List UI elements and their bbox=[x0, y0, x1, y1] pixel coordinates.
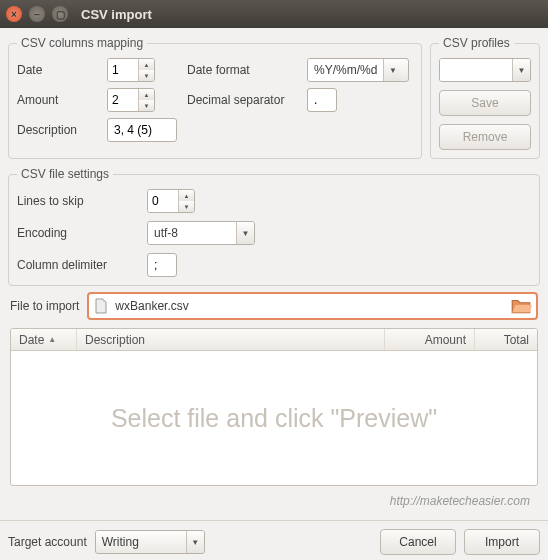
target-account-combo[interactable]: Writing ▼ bbox=[95, 530, 205, 554]
chevron-down-icon[interactable]: ▼ bbox=[186, 531, 204, 553]
maximize-icon[interactable]: ▢ bbox=[52, 6, 68, 22]
minimize-icon[interactable]: – bbox=[29, 6, 45, 22]
csv-profiles-group: CSV profiles ▼ Save Remove bbox=[430, 36, 540, 159]
chevron-down-icon[interactable]: ▼ bbox=[383, 59, 401, 81]
target-account-label: Target account bbox=[8, 535, 87, 549]
chevron-down-icon[interactable]: ▼ bbox=[139, 100, 154, 111]
dateformat-value: %Y/%m/%d bbox=[308, 59, 383, 81]
csv-file-settings-group: CSV file settings Lines to skip ▲▼ Encod… bbox=[8, 167, 540, 286]
lines-label: Lines to skip bbox=[17, 194, 137, 208]
file-path-field[interactable]: wxBanker.csv bbox=[87, 292, 538, 320]
column-header-description[interactable]: Description bbox=[77, 329, 385, 350]
folder-open-icon[interactable] bbox=[510, 295, 532, 317]
settings-legend: CSV file settings bbox=[17, 167, 113, 181]
save-button[interactable]: Save bbox=[439, 90, 531, 116]
window-title: CSV import bbox=[81, 7, 152, 22]
date-label: Date bbox=[17, 63, 97, 77]
dateformat-combo[interactable]: %Y/%m/%d ▼ bbox=[307, 58, 409, 82]
titlebar: × – ▢ CSV import bbox=[0, 0, 548, 28]
remove-button[interactable]: Remove bbox=[439, 124, 531, 150]
chevron-up-icon[interactable]: ▲ bbox=[139, 89, 154, 100]
lines-to-skip-spinner[interactable]: ▲▼ bbox=[147, 189, 195, 213]
preview-header-row: Date▲ Description Amount Total bbox=[11, 329, 537, 351]
decimal-label: Decimal separator bbox=[187, 93, 297, 107]
amount-label: Amount bbox=[17, 93, 97, 107]
profiles-value bbox=[440, 59, 512, 81]
chevron-down-icon[interactable]: ▼ bbox=[139, 70, 154, 81]
column-header-date[interactable]: Date▲ bbox=[11, 329, 77, 350]
file-label: File to import bbox=[10, 299, 79, 313]
encoding-combo[interactable]: utf-8 ▼ bbox=[147, 221, 255, 245]
target-account-value: Writing bbox=[96, 531, 186, 553]
chevron-down-icon[interactable]: ▼ bbox=[179, 201, 194, 212]
delimiter-label: Column delimiter bbox=[17, 258, 137, 272]
watermark-text: http://maketecheasier.com bbox=[8, 490, 540, 512]
column-header-total[interactable]: Total bbox=[475, 329, 537, 350]
chevron-up-icon[interactable]: ▲ bbox=[139, 59, 154, 70]
amount-column-spinner[interactable]: ▲▼ bbox=[107, 88, 155, 112]
footer-bar: Target account Writing ▼ Cancel Import bbox=[0, 520, 548, 560]
encoding-label: Encoding bbox=[17, 226, 137, 240]
delimiter-input[interactable] bbox=[147, 253, 177, 277]
column-header-amount[interactable]: Amount bbox=[385, 329, 475, 350]
cancel-button[interactable]: Cancel bbox=[380, 529, 456, 555]
description-columns-input[interactable] bbox=[107, 118, 177, 142]
chevron-up-icon[interactable]: ▲ bbox=[179, 190, 194, 201]
import-button[interactable]: Import bbox=[464, 529, 540, 555]
close-icon[interactable]: × bbox=[6, 6, 22, 22]
chevron-down-icon[interactable]: ▼ bbox=[512, 59, 530, 81]
date-column-input[interactable] bbox=[108, 59, 138, 81]
amount-column-input[interactable] bbox=[108, 89, 138, 111]
date-column-spinner[interactable]: ▲▼ bbox=[107, 58, 155, 82]
decimal-separator-input[interactable] bbox=[307, 88, 337, 112]
preview-placeholder: Select file and click "Preview" bbox=[111, 404, 437, 433]
chevron-down-icon[interactable]: ▼ bbox=[236, 222, 254, 244]
csv-columns-mapping-group: CSV columns mapping Date ▲▼ Date format … bbox=[8, 36, 422, 159]
profiles-combo[interactable]: ▼ bbox=[439, 58, 531, 82]
file-path-value: wxBanker.csv bbox=[115, 299, 188, 313]
file-to-import-row: File to import wxBanker.csv bbox=[8, 286, 540, 328]
preview-table: Date▲ Description Amount Total Select fi… bbox=[10, 328, 538, 486]
file-icon bbox=[93, 298, 109, 314]
dateformat-label: Date format bbox=[187, 63, 297, 77]
description-label: Description bbox=[17, 123, 97, 137]
sort-asc-icon: ▲ bbox=[48, 335, 56, 344]
encoding-value: utf-8 bbox=[148, 222, 236, 244]
profiles-legend: CSV profiles bbox=[439, 36, 514, 50]
lines-to-skip-input[interactable] bbox=[148, 190, 178, 212]
mapping-legend: CSV columns mapping bbox=[17, 36, 147, 50]
